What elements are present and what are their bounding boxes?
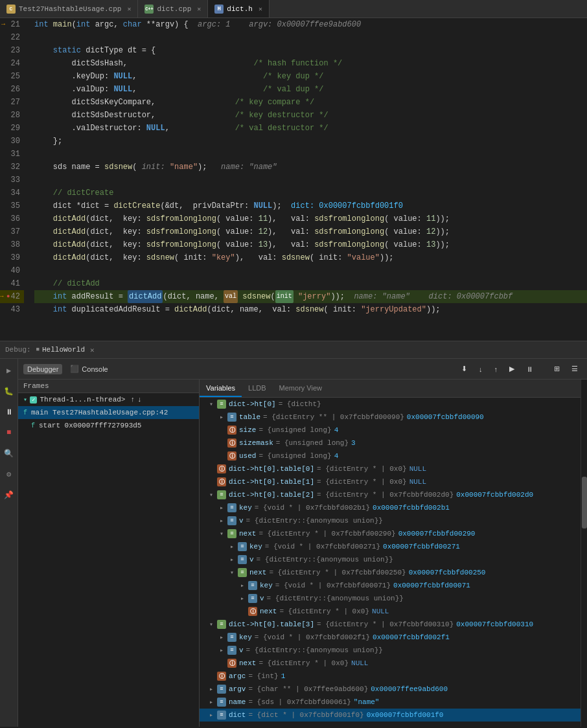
expand-icon[interactable] <box>207 400 215 408</box>
code-line-22 <box>34 31 587 44</box>
thread-up-btn[interactable]: ↑ <box>130 396 135 404</box>
variables-content: ≡ dict->ht[0] = {dictht} ≡ table = {dict… <box>200 398 581 727</box>
bottom-panel: ▶ 🐛 ⏸ ■ 🔍 ⚙ 📌 Debugger ⬛ Console ⬇ ↓ ↑ ▶… <box>0 359 587 727</box>
thread-down-btn[interactable]: ↓ <box>137 396 142 404</box>
variables-tab[interactable]: Variables <box>200 380 242 397</box>
sidebar-settings-icon[interactable]: ⚙ <box>3 468 16 481</box>
tab-close-dictcpp[interactable]: ✕ <box>197 5 201 13</box>
var-row[interactable]: ≡ dict->ht[0] = {dictht} <box>200 398 581 411</box>
var-name-label: dict->ht[0].table[2] <box>229 491 314 499</box>
expand-icon[interactable] <box>207 491 215 499</box>
expand-icon[interactable] <box>218 413 225 421</box>
var-type-icon: ≡ <box>248 594 257 603</box>
table-view-btn[interactable]: ⊞ <box>550 363 564 374</box>
var-row[interactable]: ≡ dict->ht[0].table[2] = {dictEntry * | … <box>200 488 581 501</box>
var-row[interactable]: ≡ v = {dictEntry::{anonymous union}} <box>200 644 581 657</box>
expand-icon[interactable] <box>218 504 225 512</box>
code-lines: int main(int argc, char **argv) { argc: … <box>29 18 587 341</box>
expand-icon[interactable] <box>218 530 225 538</box>
var-name-label: size <box>239 426 256 434</box>
var-row[interactable]: ≡ key = {void * | 0x7fcbbfd002b1} 0x0000… <box>200 501 581 514</box>
pause-btn[interactable]: ⏸ <box>522 364 537 374</box>
tab-close-dicth[interactable]: ✕ <box>259 5 262 13</box>
expand-icon[interactable] <box>238 582 246 589</box>
frames-label: Frames <box>23 382 49 390</box>
step-into-btn[interactable]: ↓ <box>475 364 487 374</box>
memory-tab[interactable]: Memory View <box>273 380 328 397</box>
debug-session-close[interactable]: ✕ <box>90 346 95 354</box>
var-row[interactable]: ≡ next = {dictEntry * | 0x7fcbbfd00290} … <box>200 527 581 540</box>
expand-icon[interactable] <box>207 711 215 719</box>
expand-icon[interactable] <box>207 685 215 693</box>
list-view-btn[interactable]: ☰ <box>568 363 582 374</box>
step-out-btn[interactable]: ↑ <box>490 364 502 374</box>
expand-icon[interactable] <box>207 698 215 706</box>
var-row[interactable]: ⓘ next = {dictEntry * | 0x0} NULL <box>200 605 581 618</box>
tab-dictcpp[interactable]: C++ dict.cpp ✕ <box>138 0 208 17</box>
debugger-tab-btn[interactable]: Debugger <box>23 364 62 374</box>
expand-icon[interactable] <box>218 517 225 525</box>
sidebar-bug-icon[interactable]: 🐛 <box>3 385 16 398</box>
var-row[interactable]: ⓘ dict->ht[0].table[1] = {dictEntry * | … <box>200 475 581 488</box>
var-row[interactable]: ⓘ used = {unsigned long} 4 <box>200 449 581 462</box>
code-line-43: int duplicatedAddResult = dictAdd(dict, … <box>34 303 587 316</box>
var-row[interactable]: ≡ next = {dictEntry * | 0x7fcbbfd00250} … <box>200 566 581 579</box>
var-type-label: = {dict * | 0x7fcbbfd001f0} <box>248 711 363 719</box>
var-row[interactable]: ⓘ dict->ht[0].table[0] = {dictEntry * | … <box>200 462 581 475</box>
expand-icon[interactable] <box>228 543 236 551</box>
var-row[interactable]: ≡ key = {void * | 0x7fcbbfd00271} 0x0000… <box>200 540 581 553</box>
code-line-35: dict *dict = dictCreate(&dt, privDataPtr… <box>34 199 587 212</box>
var-row[interactable]: ≡ dict->ht[0].table[3] = {dictEntry * | … <box>200 618 581 631</box>
var-row[interactable]: ⓘ size = {unsigned long} 4 <box>200 424 581 437</box>
var-row[interactable]: ≡ v = {dictEntry::{anonymous union}} <box>200 514 581 527</box>
console-icon: ⬛ <box>70 365 79 373</box>
tab-close-test27[interactable]: ✕ <box>127 5 131 13</box>
continue-btn[interactable]: ▶ <box>505 363 518 374</box>
vars-scrollbar[interactable] <box>581 380 587 727</box>
tab-label-dicth: dict.h <box>227 5 253 13</box>
expand-icon[interactable] <box>218 646 225 654</box>
lldb-tab[interactable]: LLDB <box>242 380 273 397</box>
var-row[interactable]: ≡ key = {void * | 0x7fcbbfd002f1} 0x0000… <box>200 631 581 644</box>
sidebar-stop-icon[interactable]: ■ <box>3 426 16 439</box>
var-name-label: next <box>260 608 277 615</box>
var-type-label: = {dictEntry * | 0x7fcbbfd002d0} <box>317 491 454 499</box>
expand-icon[interactable] <box>207 620 215 628</box>
debug-session-icon: ■ <box>36 347 40 353</box>
var-row[interactable]: ≡ v = {dictEntry::{anonymous union}} <box>200 553 581 566</box>
var-row[interactable]: ≡ table = {dictEntry ** | 0x7fcbbfd00090… <box>200 411 581 424</box>
frame-item-main[interactable]: f main Test27HashtableUsage.cpp:42 <box>18 406 199 419</box>
var-row[interactable]: ≡ key = {void * | 0x7fcbbfd00071} 0x0000… <box>200 579 581 592</box>
expand-icon[interactable] <box>218 633 225 641</box>
expand-icon[interactable] <box>228 569 236 576</box>
tab-test27[interactable]: C Test27HashtableUsage.cpp ✕ <box>0 0 138 17</box>
var-row[interactable]: ≡ name = {sds | 0x7fcbbfd00061} "name" <box>200 696 581 709</box>
sidebar-pin-icon[interactable]: 📌 <box>3 488 16 501</box>
sidebar-search-icon[interactable]: 🔍 <box>3 447 16 460</box>
expand-icon[interactable] <box>228 556 236 563</box>
thread-row[interactable]: ▾ ✓ Thread-1...n-thread> ↑ ↓ <box>18 393 199 406</box>
var-row[interactable]: ≡ dict = {dict * | 0x7fcbbfd001f0} 0x000… <box>200 709 581 722</box>
tab-dicth[interactable]: H dict.h ✕ <box>208 0 270 17</box>
expand-icon[interactable] <box>238 595 246 602</box>
var-type-label: = {dictEntry * | 0x7fcbbfd00310} <box>317 620 454 628</box>
step-over-btn[interactable]: ⬇ <box>457 363 471 374</box>
console-tab-btn[interactable]: ⬛ Console <box>66 363 111 374</box>
sidebar-debugger-icon[interactable]: ⏸ <box>3 405 16 418</box>
var-type-icon: ⓘ <box>248 607 257 616</box>
frame-item-start[interactable]: f start 0x00007fff727993d5 <box>18 419 199 432</box>
var-row[interactable]: ⓘ sizemask = {unsigned long} 3 <box>200 437 581 449</box>
expand-icon <box>238 608 246 615</box>
var-name-label: argc <box>229 672 246 680</box>
frame-icon-start: f <box>31 422 35 429</box>
var-row[interactable]: ⓘ next = {dictEntry * | 0x0} NULL <box>200 657 581 670</box>
sidebar-run-icon[interactable]: ▶ <box>3 364 16 377</box>
var-row[interactable]: ≡ argv = {char ** | 0x7ffee9abd600} 0x00… <box>200 683 581 696</box>
ln-21: → 21 <box>0 18 24 31</box>
tab-icon-dictcpp: C++ <box>144 5 154 14</box>
var-type-label: = {dictht} <box>279 400 321 408</box>
var-row[interactable]: ⓘ argc = {int} 1 <box>200 670 581 683</box>
var-row[interactable]: ≡ v = {dictEntry::{anonymous union}} <box>200 592 581 605</box>
ln-30: 30 <box>0 135 24 148</box>
var-name-label: v <box>260 595 264 602</box>
